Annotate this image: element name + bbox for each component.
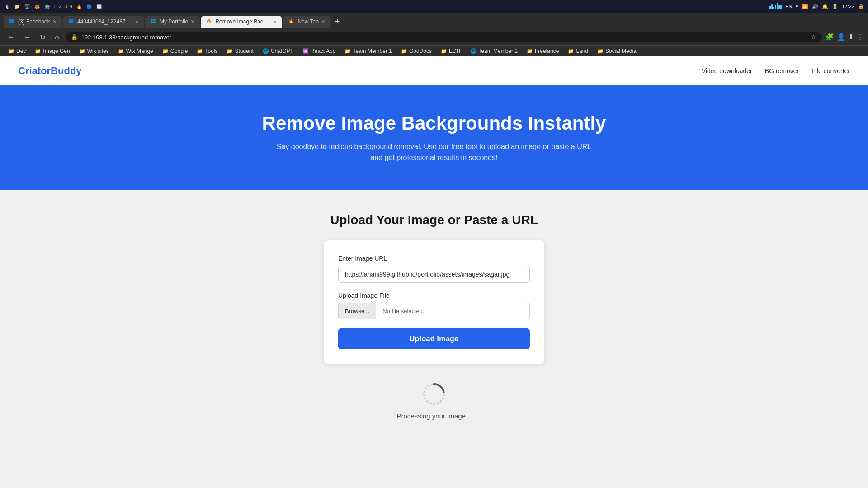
tab-facebook[interactable]: 🟦 (3) Facebook × bbox=[4, 16, 62, 28]
back-button[interactable]: ← bbox=[5, 32, 17, 42]
clock: 17:22 bbox=[842, 4, 854, 9]
battery-icon: 🔋 bbox=[832, 4, 838, 9]
download-icon[interactable]: ⬇ bbox=[848, 33, 854, 41]
tab-facebook-title: (3) Facebook bbox=[18, 19, 50, 25]
portfolio-favicon: 🌐 bbox=[151, 19, 157, 25]
num-1: 1 bbox=[53, 4, 56, 9]
img440-favicon: 🟦 bbox=[68, 19, 75, 25]
lock-icon: 🔒 bbox=[858, 4, 864, 9]
upload-card: Enter Image URL Upload Image File Browse… bbox=[323, 240, 545, 364]
upload-image-button[interactable]: Upload Image bbox=[338, 328, 530, 349]
bookmark-wix-mange-icon: 📁 bbox=[118, 48, 124, 54]
extensions-icon[interactable]: 🧩 bbox=[826, 33, 834, 41]
chevron-down-icon[interactable]: ▾ bbox=[796, 4, 798, 9]
config-icon[interactable]: ⚙️ bbox=[43, 3, 51, 10]
url-bar[interactable]: 🔒 192.168.1.38/background-remover ☆ bbox=[66, 32, 822, 42]
files-icon[interactable]: 📁 bbox=[14, 3, 21, 10]
bookmark-team1-icon: 📁 bbox=[344, 48, 351, 54]
tab-newtab-close[interactable]: × bbox=[321, 19, 325, 25]
nav-file-converter[interactable]: File converter bbox=[811, 67, 850, 75]
nav-bg-remover[interactable]: BG remover bbox=[765, 67, 799, 75]
bookmark-freelance-icon: 📁 bbox=[527, 48, 533, 54]
bookmark-social-icon: 📁 bbox=[597, 48, 604, 54]
bookmark-react-app[interactable]: ⚛️React App bbox=[299, 47, 339, 55]
bookmark-react-icon: ⚛️ bbox=[302, 48, 309, 54]
network-icon: 📶 bbox=[802, 4, 808, 9]
browser-icon-ff[interactable]: 🦊 bbox=[33, 3, 41, 10]
num-4: 4 bbox=[70, 4, 72, 9]
tab-newtab-title: New Tab bbox=[297, 19, 318, 25]
facebook-favicon: 🟦 bbox=[9, 19, 15, 25]
hero-subtitle: Say goodbye to tedious background remova… bbox=[276, 141, 592, 163]
home-button[interactable]: ⌂ bbox=[52, 32, 62, 42]
loading-spinner bbox=[422, 382, 446, 406]
bookmark-google-icon: 📁 bbox=[162, 48, 169, 54]
forward-button[interactable]: → bbox=[21, 32, 33, 42]
bookmark-team2[interactable]: 🌐Team Member 2 bbox=[467, 47, 521, 55]
bookmark-tools[interactable]: 📁Tools bbox=[193, 47, 221, 55]
bookmark-tools-icon: 📁 bbox=[197, 48, 203, 54]
image-url-input[interactable] bbox=[338, 266, 530, 283]
file-name-display: No file selected. bbox=[376, 303, 529, 319]
nav-video-downloader[interactable]: Video downloader bbox=[702, 67, 752, 75]
menu-icon[interactable]: ⋮ bbox=[857, 33, 863, 41]
num-2: 2 bbox=[59, 4, 61, 9]
new-tab-button[interactable]: + bbox=[331, 15, 344, 28]
notification-icon[interactable]: 🔔 bbox=[822, 4, 828, 9]
browse-button[interactable]: Browse... bbox=[339, 303, 376, 319]
url-field-label: Enter Image URL bbox=[338, 255, 530, 262]
tab-bar: 🟦 (3) Facebook × 🟦 440440084_12248746...… bbox=[0, 13, 868, 29]
file-field-label: Upload Image File bbox=[338, 292, 530, 299]
firefox-icon[interactable]: 🔥 bbox=[75, 3, 83, 10]
bookmark-star-icon[interactable]: ☆ bbox=[811, 33, 816, 41]
terminal-icon[interactable]: 🖥️ bbox=[24, 3, 31, 10]
hero-section: Remove Image Backgrounds Instantly Say g… bbox=[0, 85, 868, 190]
audio-icon[interactable]: 🔊 bbox=[812, 4, 818, 9]
bookmark-image-gen[interactable]: 📁Image Gen bbox=[31, 47, 73, 55]
tab-portfolio[interactable]: 🌐 My Portfolio × bbox=[145, 16, 200, 28]
tab-bg-remover-close[interactable]: × bbox=[273, 19, 277, 25]
tab-portfolio-close[interactable]: × bbox=[191, 19, 194, 25]
tab-bg-remover[interactable]: 🔥 Remove Image Backgrou... × bbox=[201, 16, 282, 28]
spinner-section: Processing your image... bbox=[396, 382, 471, 420]
bookmark-dev[interactable]: 📁Dev bbox=[5, 47, 29, 55]
bookmark-wix-sites[interactable]: 📁Wix sites bbox=[75, 47, 113, 55]
tab-img440[interactable]: 🟦 440440084_12248746... × bbox=[63, 16, 144, 28]
taskbar-left: 🐧 📁 🖥️ 🦊 ⚙️ 1 2 3 4 🔥 🔵 🔄 bbox=[4, 3, 103, 10]
system-icon[interactable]: 🐧 bbox=[4, 3, 11, 10]
browser-menu-icons: 🧩 👤 ⬇ ⋮ bbox=[826, 33, 863, 41]
account-icon[interactable]: 👤 bbox=[837, 33, 845, 41]
bookmark-edit[interactable]: 📁EDIT bbox=[437, 47, 465, 55]
bookmark-wix-mange[interactable]: 📁Wix Mange bbox=[114, 47, 157, 55]
nav-links: Video downloader BG remover File convert… bbox=[702, 67, 850, 75]
url-bar-row: ← → ↻ ⌂ 🔒 192.168.1.38/background-remove… bbox=[0, 29, 868, 45]
bookmark-chatgpt[interactable]: 🌐ChatGPT bbox=[259, 47, 297, 55]
tab-newtab[interactable]: 🔥 New Tab × bbox=[283, 16, 330, 28]
processing-text: Processing your image... bbox=[396, 412, 471, 420]
bookmark-student[interactable]: 📁Student bbox=[223, 47, 257, 55]
bg-remover-favicon: 🔥 bbox=[206, 19, 212, 25]
main-content: Upload Your Image or Paste a URL Enter I… bbox=[0, 190, 868, 442]
bookmark-team2-icon: 🌐 bbox=[470, 48, 476, 54]
bookmark-google[interactable]: 📁Google bbox=[159, 47, 192, 55]
bookmark-freelance[interactable]: 📁Freelance bbox=[523, 47, 562, 55]
url-lock-icon: 🔒 bbox=[71, 34, 78, 40]
bookmark-team1[interactable]: 📁Team Member 1 bbox=[341, 47, 396, 55]
tab-facebook-close[interactable]: × bbox=[53, 19, 57, 25]
bookmark-land[interactable]: 📁Land bbox=[564, 47, 592, 55]
refresh-button[interactable]: ↻ bbox=[37, 32, 48, 42]
bookmark-edit-icon: 📁 bbox=[441, 48, 447, 54]
section-title: Upload Your Image or Paste a URL bbox=[330, 213, 538, 227]
bookmark-image-gen-icon: 📁 bbox=[35, 48, 41, 54]
site-nav: CriatorBuddy Video downloader BG remover… bbox=[0, 56, 868, 85]
tab-img440-close[interactable]: × bbox=[135, 19, 139, 25]
num-3: 3 bbox=[64, 4, 67, 9]
bookmark-social-media[interactable]: 📁Social Media bbox=[594, 47, 640, 55]
bookmark-goddocs[interactable]: 📁GodDocs bbox=[397, 47, 435, 55]
bookmark-chatgpt-icon: 🌐 bbox=[263, 48, 269, 54]
update-icon[interactable]: 🔄 bbox=[95, 3, 103, 10]
chrome-icon[interactable]: 🔵 bbox=[85, 3, 93, 10]
site-logo: CriatorBuddy bbox=[18, 65, 82, 77]
tab-img440-title: 440440084_12248746... bbox=[77, 19, 132, 25]
newtab-favicon: 🔥 bbox=[288, 19, 295, 25]
